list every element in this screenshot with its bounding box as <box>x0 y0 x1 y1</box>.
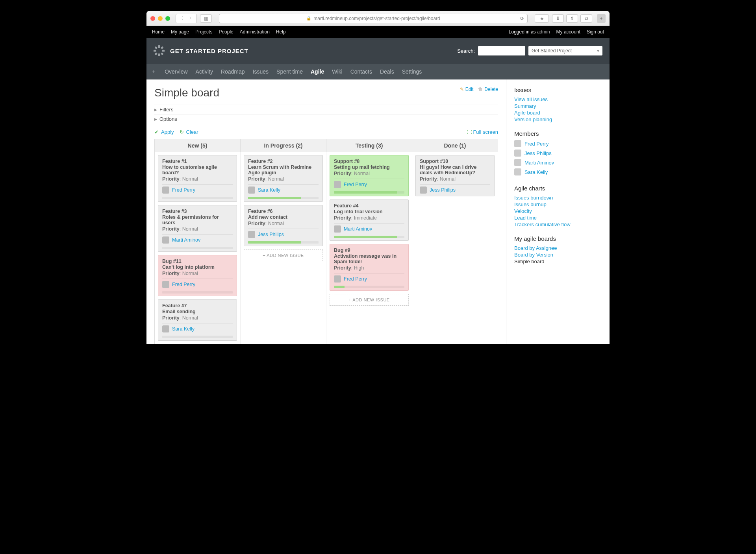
tab-activity[interactable]: Activity <box>196 68 213 75</box>
topnav-projects[interactable]: Projects <box>195 29 212 35</box>
forward-button[interactable]: 〉 <box>186 14 196 23</box>
card-assignee[interactable]: Marti Aminov <box>162 236 233 244</box>
card-ref: Bug #9 <box>334 247 404 253</box>
download-button[interactable]: ⬇ <box>552 14 564 23</box>
progress-bar <box>162 336 233 338</box>
member-link[interactable]: Jess Philips <box>524 150 552 156</box>
issue-card[interactable]: Feature #4Log into trial versionPriority… <box>330 199 409 241</box>
issue-card[interactable]: Bug #11Can't log into platformPriority: … <box>158 255 237 296</box>
sidebar-link[interactable]: Lead time <box>514 215 602 221</box>
card-ref: Feature #2 <box>248 159 319 164</box>
sidebar-link[interactable]: Board by Assignee <box>514 245 602 251</box>
sidebar-link[interactable]: Issues burnup <box>514 201 602 207</box>
avatar <box>162 325 169 332</box>
bookmark-button[interactable]: ★ <box>535 14 549 23</box>
card-assignee[interactable]: Fred Perry <box>334 275 404 283</box>
issue-card[interactable]: Support #8Setting up mail fetchingPriori… <box>330 155 409 196</box>
issue-card[interactable]: Feature #6Add new contactPriority: Norma… <box>244 205 323 246</box>
card-assignee[interactable]: Jess Philips <box>420 187 490 194</box>
add-issue-button[interactable]: + ADD NEW ISSUE <box>244 249 323 261</box>
project-selector[interactable]: Get Started Project <box>528 46 602 55</box>
card-assignee[interactable]: Sara Kelly <box>162 325 233 332</box>
sidebar-members-heading: Members <box>514 130 602 137</box>
tab-agile[interactable]: Agile <box>311 68 324 75</box>
back-button[interactable]: 〈 <box>176 14 186 23</box>
avatar <box>420 187 427 194</box>
sidebar-toggle-button[interactable]: ▥ <box>200 14 212 23</box>
edit-link[interactable]: ✎Edit <box>460 87 474 92</box>
sidebar-link[interactable]: Trackers cumulative flow <box>514 222 602 227</box>
add-issue-button[interactable]: + ADD NEW ISSUE <box>330 294 409 306</box>
topnav-home[interactable]: Home <box>152 29 165 35</box>
options-toggle[interactable]: ▶Options <box>154 114 498 124</box>
tabs-button[interactable]: ⧉ <box>580 14 592 23</box>
progress-bar <box>162 197 233 199</box>
tab-contacts[interactable]: Contacts <box>350 68 372 75</box>
member-row[interactable]: Sara Kelly <box>514 168 602 175</box>
close-icon[interactable] <box>150 16 155 21</box>
apply-link[interactable]: Apply <box>161 129 174 135</box>
project-tabs: + OverviewActivityRoadmapIssuesSpent tim… <box>146 64 610 79</box>
card-assignee[interactable]: Fred Perry <box>162 187 233 194</box>
member-row[interactable]: Marti Aminov <box>514 159 602 166</box>
sidebar-boards-heading: My agile boards <box>514 235 602 242</box>
svg-rect-6 <box>155 52 158 55</box>
sidebar-link[interactable]: Board by Version <box>514 252 602 258</box>
issue-card[interactable]: Feature #1How to customise agile board?P… <box>158 155 237 202</box>
topnav-mypage[interactable]: My page <box>171 29 189 35</box>
reload-icon[interactable]: ⟳ <box>520 16 524 21</box>
member-link[interactable]: Marti Aminov <box>524 160 554 166</box>
sidebar-link[interactable]: Issues burndown <box>514 195 602 201</box>
card-assignee[interactable]: Fred Perry <box>162 281 233 288</box>
filters-toggle[interactable]: ▶Filters <box>154 105 498 114</box>
share-button[interactable]: ⇪ <box>566 14 578 23</box>
new-tab-button[interactable]: + <box>597 14 606 23</box>
add-tab-button[interactable]: + <box>152 68 155 75</box>
card-assignee[interactable]: Fred Perry <box>334 181 404 188</box>
member-row[interactable]: Jess Philips <box>514 150 602 157</box>
topnav-admin[interactable]: Administration <box>240 29 270 35</box>
sidebar-link[interactable]: Version planning <box>514 116 602 122</box>
sidebar-link[interactable]: Agile board <box>514 110 602 116</box>
issue-card[interactable]: Feature #2Learn Scrum with Redmine Agile… <box>244 155 323 202</box>
search-input[interactable] <box>478 46 525 55</box>
card-assignee[interactable]: Jess Philips <box>248 231 319 238</box>
window-controls <box>150 16 170 21</box>
tab-deals[interactable]: Deals <box>380 68 394 75</box>
sidebar-link[interactable]: View all issues <box>514 96 602 102</box>
tab-settings[interactable]: Settings <box>402 68 422 75</box>
issue-card[interactable]: Feature #7Email sendingPriority: NormalS… <box>158 299 237 341</box>
board-column: Support #10Hi guys! How can I drive deal… <box>412 152 498 344</box>
topnav-myaccount[interactable]: My account <box>556 29 580 35</box>
check-icon: ✔ <box>154 129 159 135</box>
topnav-signout[interactable]: Sign out <box>587 29 604 35</box>
member-link[interactable]: Fred Perry <box>524 141 548 147</box>
card-assignee[interactable]: Marti Aminov <box>334 225 404 233</box>
nav-back-forward: 〈 〉 <box>176 14 197 23</box>
fullscreen-link[interactable]: ⛶ Full screen <box>467 129 498 135</box>
issue-card[interactable]: Feature #3Roles & permissions for usersP… <box>158 205 237 252</box>
topnav-help[interactable]: Help <box>276 29 286 35</box>
card-title: Add new contact <box>248 214 319 220</box>
tab-wiki[interactable]: Wiki <box>332 68 342 75</box>
member-row[interactable]: Fred Perry <box>514 140 602 147</box>
tab-overview[interactable]: Overview <box>165 68 187 75</box>
sidebar-link[interactable]: Velocity <box>514 208 602 214</box>
tab-spent-time[interactable]: Spent time <box>276 68 303 75</box>
issue-card[interactable]: Bug #9Activation message was in Spam fol… <box>330 244 409 291</box>
topnav-people[interactable]: People <box>219 29 233 35</box>
sidebar-link[interactable]: Summary <box>514 103 602 109</box>
svg-rect-2 <box>154 50 156 52</box>
tab-issues[interactable]: Issues <box>253 68 269 75</box>
clear-link[interactable]: Clear <box>186 129 198 135</box>
zoom-icon[interactable] <box>165 16 170 21</box>
issue-card[interactable]: Support #10Hi guys! How can I drive deal… <box>415 155 495 196</box>
card-assignee[interactable]: Sara Kelly <box>248 187 319 194</box>
main-content: ✎Edit 🗑Delete Simple board ▶Filters ▶Opt… <box>146 79 506 344</box>
card-title: Setting up mail fetching <box>334 164 404 170</box>
tab-roadmap[interactable]: Roadmap <box>221 68 245 75</box>
member-link[interactable]: Sara Kelly <box>524 169 548 175</box>
minimize-icon[interactable] <box>158 16 163 21</box>
delete-link[interactable]: 🗑Delete <box>478 87 498 92</box>
address-bar[interactable]: 🔒 marti.redmineup.com/projects/get-start… <box>219 14 528 23</box>
